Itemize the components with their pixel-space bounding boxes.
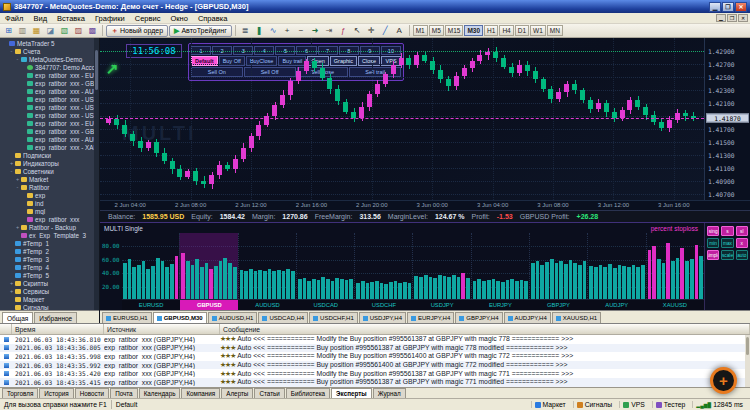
- terminal-tab-Новости[interactable]: Новости: [75, 388, 109, 398]
- navigator-scrollbar[interactable]: [94, 38, 99, 310]
- time-axis[interactable]: 2 Jun 04:002 Jun 08:002 Jun 12:002 Jun 1…: [100, 200, 750, 210]
- timeframe-H1[interactable]: H1: [484, 25, 498, 36]
- chart-tab-EURJPY,H4[interactable]: EURJPY,H4: [407, 312, 454, 323]
- tree-expand-icon[interactable]: -: [14, 184, 21, 190]
- tree-item-Ratibor-Backup[interactable]: +Ratibor - Backup: [0, 223, 99, 231]
- tree-item-exp_ratibor_xxx-XAUUSD-H1[interactable]: exp_ratibor_xxx - XAUUSD,H1: [0, 143, 99, 151]
- tree-expand-icon[interactable]: +: [14, 176, 21, 182]
- child-close-button[interactable]: ✕: [738, 14, 748, 22]
- terminal-tab-Журнал[interactable]: Журнал: [373, 388, 406, 398]
- log-row[interactable]: 2021.06.03 18:43:35.998exp_ratibor_xxx (…: [0, 352, 750, 361]
- tree-item-exp_ratibor_xxx-GBPJPY-H4[interactable]: exp_ratibor_xxx - GBPJPY,H4: [0, 127, 99, 135]
- terminal-tab-Компания[interactable]: Компания: [181, 388, 220, 398]
- terminal-tab-Календарь[interactable]: Календарь: [139, 388, 181, 398]
- sing-button[interactable]: sing: [707, 226, 719, 236]
- menu-item-Справка[interactable]: Справка: [193, 14, 232, 23]
- price-axis[interactable]: 1.407001.409001.411001.413001.415001.417…: [704, 38, 750, 200]
- log-col-message[interactable]: Сообщение: [220, 324, 750, 334]
- log-col-source[interactable]: Источник: [104, 324, 220, 334]
- autoscroll-icon[interactable]: ➜: [309, 25, 322, 37]
- chart-tab-GBPUSD,M30[interactable]: GBPUSD,M30: [153, 312, 207, 323]
- tree-item-3847707-Demo-Account[interactable]: 3847707: Demo Account: [0, 63, 99, 71]
- tree-item-exp_ratibor_xxx-GBPUSD-M30[interactable]: exp_ratibor_xxx - GBPUSD,M30: [0, 79, 99, 87]
- tree-item-exp_ratibor_xxx-EURJPY-H4[interactable]: exp_ratibor_xxx - EURJPY,H4: [0, 119, 99, 127]
- tree-expand-icon[interactable]: -: [8, 48, 15, 54]
- timeframe-H4[interactable]: H4: [499, 25, 513, 36]
- histogram-label-GBPUSD[interactable]: GBPUSD: [180, 300, 238, 310]
- child-restore-button[interactable]: ❐: [727, 14, 737, 22]
- tree-expand-icon[interactable]: +: [8, 160, 15, 166]
- indicators-icon[interactable]: ƒ: [337, 25, 350, 37]
- status-Сигналы[interactable]: Сигналы: [573, 401, 616, 408]
- line-chart-icon[interactable]: ∿: [267, 25, 280, 37]
- tree-item-MetaQuotes-Demo[interactable]: -MetaQuotes-Demo: [0, 55, 99, 63]
- tree-item-exp_ratibor_xxx-USDJPY-H4[interactable]: exp_ratibor_xxx - USDJPY,H4: [0, 111, 99, 119]
- tree-item-#Temp_2[interactable]: #Temp_2: [0, 247, 99, 255]
- navigator-tab-common[interactable]: Общая: [2, 312, 33, 323]
- menu-item-Вставка[interactable]: Вставка: [52, 14, 90, 23]
- log-row[interactable]: 2021.06.03 18:43:36.805exp_ratibor_xxx (…: [0, 344, 750, 353]
- crosshair-icon[interactable]: ✛: [365, 25, 378, 37]
- timeframe-M15[interactable]: M15: [445, 25, 464, 36]
- tree-expand-icon[interactable]: +: [14, 224, 21, 230]
- status-VPS[interactable]: VPS: [619, 401, 648, 408]
- tree-item-exp_ratibor_xxx-EURUSD-H1[interactable]: exp_ratibor_xxx - EURUSD,H1: [0, 71, 99, 79]
- navigator-tab-favorites[interactable]: Избранное: [34, 312, 77, 323]
- tree-item-mql[interactable]: mql: [0, 207, 99, 215]
- zoom-out-icon[interactable]: −: [295, 25, 308, 37]
- tree-expand-icon[interactable]: -: [8, 168, 15, 174]
- chart-plot[interactable]: MULTI 11:56:08 ↗ 12345678910DefaultBuy O…: [100, 38, 704, 200]
- terminal-tab-Почта[interactable]: Почта: [110, 388, 138, 398]
- terminal-tab-Эксперты[interactable]: Эксперты: [331, 388, 372, 398]
- market-watch-icon[interactable]: ▦: [30, 25, 43, 37]
- tree-item--[interactable]: Маркет: [0, 295, 99, 303]
- x-button[interactable]: x: [736, 238, 748, 248]
- terminal-tab-История[interactable]: История: [39, 388, 73, 398]
- tree-expand-icon[interactable]: +: [8, 288, 15, 294]
- tree-item-Ratibor[interactable]: -Ratibor: [0, 183, 99, 191]
- tree-expand-icon[interactable]: +: [8, 280, 15, 286]
- tree-item-exp_ratibor_xxx-AUDUSD-H1[interactable]: exp_ratibor_xxx - AUDUSD,H1: [0, 87, 99, 95]
- restore-button[interactable]: ❐: [722, 2, 734, 12]
- menu-item-Вид[interactable]: Вид: [28, 14, 52, 23]
- histogram-label-USDJPY[interactable]: USDJPY: [413, 300, 471, 310]
- record-overlay-button[interactable]: +: [710, 367, 737, 394]
- new-chart-icon[interactable]: ⊞: [2, 25, 15, 37]
- tree-item-#Temp_4[interactable]: #Temp_4: [0, 263, 99, 271]
- status-profile[interactable]: Default: [116, 401, 138, 408]
- histogram-label-USDCHF[interactable]: USDCHF: [355, 300, 413, 310]
- tree-item-#Temp_5[interactable]: #Temp_5: [0, 271, 99, 279]
- timeframe-D1[interactable]: D1: [515, 25, 529, 36]
- menu-item-Графики[interactable]: Графики: [90, 14, 130, 23]
- child-minimize-button[interactable]: ▁: [716, 14, 726, 22]
- status-Маркет[interactable]: Маркет: [531, 401, 569, 408]
- histogram-label-USDCAD[interactable]: USDCAD: [297, 300, 355, 310]
- autotrading-button[interactable]: ▶АвтоТрейдинг: [169, 25, 232, 37]
- candles-icon[interactable]: ❚: [253, 25, 266, 37]
- tree-item-MetaTrader-5[interactable]: MetaTrader 5: [0, 39, 99, 47]
- chart-tab-EURUSD,H1[interactable]: EURUSD,H1: [102, 312, 152, 323]
- profiles-icon[interactable]: ▥: [16, 25, 29, 37]
- sell-on-button[interactable]: Sell On: [191, 67, 243, 77]
- tree-item--[interactable]: Подписки: [0, 151, 99, 159]
- bars-icon[interactable]: ≣: [239, 25, 252, 37]
- auto-button[interactable]: auto: [736, 250, 748, 260]
- timeframe-M5[interactable]: M5: [429, 25, 444, 36]
- timeframe-MN[interactable]: MN: [547, 25, 563, 36]
- chart-tab-USDCAD,H4[interactable]: USDCAD,H4: [258, 312, 308, 323]
- chart-tab-USDJPY,H4[interactable]: USDJPY,H4: [359, 312, 406, 323]
- histogram-label-EURJPY[interactable]: EURJPY: [471, 300, 529, 310]
- new-order-button[interactable]: ＋Новый ордер: [106, 25, 168, 37]
- menu-item-Окно[interactable]: Окно: [165, 14, 192, 23]
- scale-button[interactable]: scale: [721, 250, 733, 260]
- tree-item-exp_ratibor_xxx-USDCHF-H1[interactable]: exp_ratibor_xxx - USDCHF,H1: [0, 103, 99, 111]
- log-row[interactable]: 2021.06.03 18:43:35.420exp_ratibor_xxx (…: [0, 369, 750, 378]
- cursor-icon[interactable]: ↖: [351, 25, 364, 37]
- tree-item-#Temp_3[interactable]: #Temp_3: [0, 255, 99, 263]
- terminal-tab-Статьи[interactable]: Статьи: [254, 388, 284, 398]
- tree-item--[interactable]: -Счета: [0, 47, 99, 55]
- min-button[interactable]: min: [707, 238, 719, 248]
- terminal-tab-Алерты[interactable]: Алерты: [221, 388, 253, 398]
- tree-item--[interactable]: +Индикаторы: [0, 159, 99, 167]
- zoom-in-icon[interactable]: +: [281, 25, 294, 37]
